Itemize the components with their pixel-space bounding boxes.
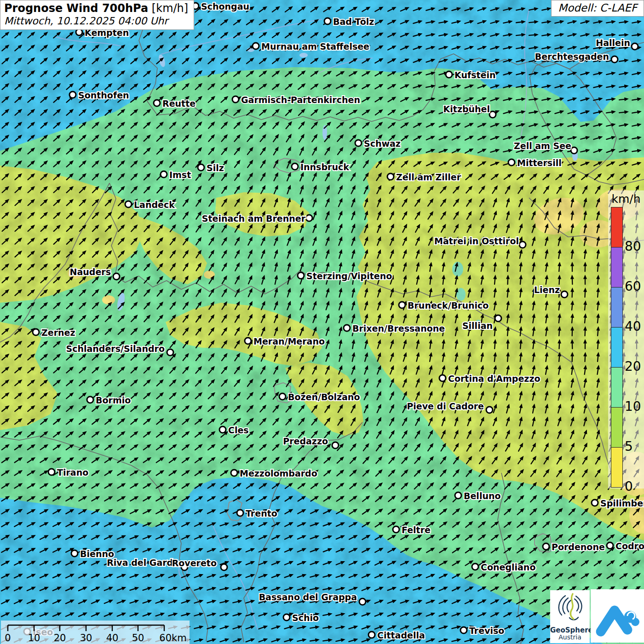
- city-label: Garmisch-Partenkirchen: [241, 95, 360, 105]
- city-dot: [324, 18, 331, 24]
- city-label: Spilimbergo: [600, 498, 644, 508]
- city-dot: [298, 272, 304, 279]
- legend-tick-label: 5: [625, 440, 633, 454]
- scale-ruler: 0102030405060km: [1, 621, 190, 644]
- legend-tick-label: 80: [625, 240, 641, 253]
- city-marker: Conegliano: [472, 562, 535, 572]
- city-dot: [198, 164, 204, 171]
- city-dot: [399, 302, 405, 308]
- city-label: Brixen/Bressanone: [352, 323, 445, 334]
- partner-logo: [591, 589, 644, 643]
- city-dot: [489, 111, 496, 118]
- legend-color-bar: [611, 207, 623, 488]
- title-text: Prognose Wind 700hPa: [4, 2, 148, 15]
- city-label: Mittersill: [517, 158, 562, 168]
- city-dot: [292, 163, 298, 170]
- city-dot: [221, 564, 227, 570]
- legend-segment: [611, 448, 622, 487]
- city-label: Zell am Ziller: [396, 172, 461, 182]
- city-label: Tirano: [57, 467, 88, 477]
- city-dot: [71, 550, 78, 557]
- city-dot: [69, 92, 76, 98]
- geosphere-contour-icon: [550, 590, 590, 624]
- geosphere-logo-text: GeoSphere: [550, 627, 590, 634]
- city-label: Lienz: [534, 285, 560, 295]
- city-label: Hallein: [596, 38, 630, 48]
- legend-segment: [611, 328, 622, 368]
- city-dot: [219, 426, 226, 433]
- city-label: Steinach am Brenner: [202, 213, 306, 224]
- map-scale-bar: 0102030405060km: [1, 621, 190, 644]
- legend-tick-label: 60: [625, 280, 641, 293]
- city-dot: [439, 375, 446, 381]
- city-dot: [446, 71, 452, 78]
- city-label: Bozen/Bolzano: [288, 392, 360, 402]
- city-label: Schio: [292, 613, 319, 623]
- scale-label: 40: [106, 632, 119, 644]
- city-marker: Bruneck/Brunico: [399, 300, 489, 310]
- city-dot: [306, 215, 312, 221]
- city-dot: [592, 500, 598, 506]
- city-marker: Cittadella: [368, 630, 425, 640]
- city-dot: [486, 407, 493, 413]
- city-dot: [607, 542, 613, 549]
- scale-label: 60km: [159, 632, 186, 644]
- city-label: Sterzing/Vipiteno: [306, 271, 392, 281]
- city-dot: [355, 140, 362, 146]
- city-label: Mezzolombardo: [240, 468, 317, 478]
- city-dot: [87, 397, 93, 403]
- city-marker: Brixen/Bressanone: [344, 323, 445, 334]
- city-dot: [237, 510, 243, 516]
- city-dot: [543, 543, 549, 550]
- city-marker: Berchtesgaden: [535, 52, 618, 63]
- legend-segment: [611, 368, 622, 408]
- legend-tick-label: 10: [625, 400, 641, 414]
- city-label: Bormio: [96, 395, 131, 405]
- city-label: Nauders: [70, 267, 111, 277]
- city-label: Landeck: [134, 200, 175, 210]
- city-dot: [113, 273, 120, 280]
- city-dot: [48, 469, 55, 475]
- city-dot: [571, 147, 577, 154]
- legend-tick-label: 0: [625, 480, 633, 494]
- forecast-datetime: Mittwoch, 10.12.2025 04:00 Uhr: [4, 15, 188, 27]
- city-label: Reutte: [162, 98, 196, 109]
- wind-map-canvas: SchongauBad TölzKemptenMurnau am Staffel…: [0, 0, 644, 644]
- city-marker: Bozen/Bolzano: [279, 392, 360, 402]
- city-dot: [125, 201, 132, 207]
- city-label: Bad Tölz: [333, 17, 374, 27]
- city-label: Matrei in Osttirol: [434, 236, 519, 246]
- city-dot: [154, 100, 160, 106]
- city-marker: Innsbruck: [292, 162, 349, 172]
- city-dot: [76, 29, 82, 35]
- city-label: Cortina d'Ampezzo: [448, 374, 540, 384]
- city-label: Codroipo: [615, 541, 644, 551]
- legend-segment: [611, 408, 622, 448]
- city-label: Kufstein: [454, 70, 496, 80]
- city-marker: Sterzing/Vipiteno: [298, 271, 392, 281]
- city-marker: Meran/Merano: [245, 336, 325, 346]
- city-label: Cittadella: [377, 630, 425, 640]
- city-dot: [245, 338, 251, 344]
- city-dot: [359, 598, 366, 605]
- city-dot: [368, 632, 375, 638]
- legend-tick-label: 20: [625, 360, 641, 374]
- city-label: Belluno: [464, 491, 501, 501]
- city-marker: Sonthofen: [69, 90, 129, 100]
- legend-title: km/h: [608, 192, 644, 206]
- city-marker: Steinach am Brenner: [202, 213, 312, 224]
- mountain-cloud-icon: [591, 589, 644, 643]
- model-box: Modell: C-LAEF: [551, 0, 644, 17]
- city-label: Schongau: [201, 1, 249, 12]
- city-marker: Mezzolombardo: [231, 468, 317, 478]
- legend-segment: [611, 247, 622, 288]
- city-label: Zell am See: [514, 141, 571, 151]
- city-dot: [232, 96, 239, 103]
- geosphere-logo-country: Austria: [550, 634, 590, 641]
- city-marker: Garmisch-Partenkirchen: [232, 95, 360, 105]
- title-box: Prognose Wind 700hPa [km/h] Mittwoch, 10…: [0, 0, 194, 30]
- city-label: Pordenone: [552, 542, 605, 552]
- scale-label: 20: [54, 632, 66, 644]
- city-dot: [508, 159, 515, 166]
- weather-map-product: SchongauBad TölzKemptenMurnau am Staffel…: [0, 0, 644, 644]
